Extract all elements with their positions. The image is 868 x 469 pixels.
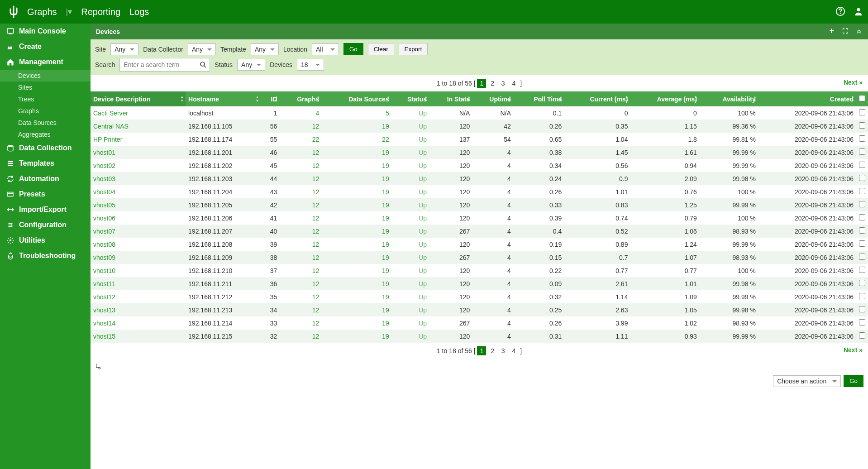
nav-reporting[interactable]: Reporting [81, 7, 120, 17]
device-link[interactable]: vhost15 [93, 333, 115, 340]
cell-graphs[interactable]: 12 [312, 123, 320, 130]
row-checkbox[interactable] [859, 306, 865, 312]
device-link[interactable]: vhost03 [93, 175, 115, 182]
filter-location-select[interactable]: All [312, 43, 339, 55]
device-link[interactable]: vhost08 [93, 241, 115, 248]
cell-datasources[interactable]: 5 [386, 110, 389, 117]
cell-graphs[interactable]: 4 [315, 110, 319, 117]
table-row[interactable]: vhost10192.168.11.210371219Up12040.220.7… [91, 264, 868, 277]
device-link[interactable]: vhost11 [93, 280, 115, 287]
cell-graphs[interactable]: 12 [312, 175, 320, 182]
cell-graphs[interactable]: 12 [312, 188, 320, 196]
cell-datasources[interactable]: 19 [382, 293, 389, 301]
cell-datasources[interactable]: 19 [382, 149, 389, 156]
row-checkbox[interactable] [859, 254, 865, 260]
sidebar-utilities[interactable]: Utilities [0, 233, 91, 248]
device-link[interactable]: vhost09 [93, 254, 115, 261]
cell-graphs[interactable]: 12 [312, 215, 320, 222]
pager-page-2[interactable]: 2 [488, 346, 497, 355]
cell-graphs[interactable]: 12 [312, 201, 320, 209]
cell-datasources[interactable]: 19 [382, 241, 389, 248]
table-row[interactable]: vhost12192.168.11.212351219Up12040.321.1… [91, 290, 868, 303]
col-poll-time[interactable]: Poll Time [514, 91, 565, 106]
sidebar-sub-data-sources[interactable]: Data Sources [0, 117, 91, 129]
cell-graphs[interactable]: 12 [312, 149, 320, 156]
sidebar-import-export[interactable]: Import/Export [0, 202, 91, 217]
clear-button[interactable]: Clear [368, 43, 394, 55]
table-row[interactable]: vhost15192.168.11.215321219Up12040.311.1… [91, 330, 868, 343]
device-link[interactable]: vhost10 [93, 267, 115, 274]
table-row[interactable]: vhost13192.168.11.213341219Up12040.252.6… [91, 303, 868, 316]
nav-logs[interactable]: Logs [129, 7, 149, 17]
sidebar-data-collection[interactable]: Data Collection [0, 140, 91, 156]
device-link[interactable]: vhost07 [93, 228, 115, 235]
pager-page-3[interactable]: 3 [499, 79, 508, 88]
table-row[interactable]: vhost08192.168.11.208391219Up12040.190.8… [91, 238, 868, 251]
cell-datasources[interactable]: 19 [382, 320, 389, 327]
cell-datasources[interactable]: 19 [382, 228, 389, 235]
cell-graphs[interactable]: 12 [312, 241, 320, 248]
sidebar-sub-devices[interactable]: Devices [0, 70, 91, 81]
col-graphs[interactable]: Graphs [280, 91, 322, 106]
row-checkbox[interactable] [859, 280, 865, 286]
nav-graphs[interactable]: Graphs [27, 7, 57, 17]
cell-datasources[interactable]: 19 [382, 280, 389, 287]
table-row[interactable]: vhost05192.168.11.205421219Up12040.330.8… [91, 198, 868, 211]
col-current-ms-[interactable]: Current (ms) [564, 91, 630, 106]
row-checkbox[interactable] [859, 293, 865, 299]
action-select[interactable]: Choose an action [773, 375, 841, 387]
col-device-description[interactable]: Device Description [91, 91, 186, 106]
table-row[interactable]: vhost03192.168.11.203441219Up12040.240.9… [91, 172, 868, 185]
fullscreen-icon[interactable] [842, 27, 849, 36]
col-id[interactable]: ID [261, 91, 280, 106]
sidebar-sub-aggregates[interactable]: Aggregates [0, 129, 91, 140]
cell-graphs[interactable]: 12 [312, 320, 320, 327]
sidebar-create[interactable]: Create [0, 39, 91, 54]
cell-datasources[interactable]: 19 [382, 123, 389, 130]
col-status[interactable]: Status [392, 91, 429, 106]
col-average-ms-[interactable]: Average (ms) [630, 91, 699, 106]
table-row[interactable]: Central NAS192.168.11.105561219Up120420.… [91, 120, 868, 133]
cell-datasources[interactable]: 19 [382, 215, 389, 222]
row-checkbox[interactable] [859, 162, 865, 168]
sidebar-automation[interactable]: Automation [0, 171, 91, 187]
table-row[interactable]: vhost01192.168.11.201461219Up12040.381.4… [91, 146, 868, 159]
pager-next[interactable]: Next » [844, 346, 863, 354]
cell-graphs[interactable]: 12 [312, 293, 320, 301]
cell-datasources[interactable]: 19 [382, 201, 389, 209]
device-link[interactable]: vhost04 [93, 188, 115, 196]
cell-datasources[interactable]: 19 [382, 188, 389, 196]
cell-graphs[interactable]: 12 [312, 228, 320, 235]
cell-graphs[interactable]: 12 [312, 333, 320, 340]
action-go-button[interactable]: Go [844, 375, 863, 387]
tree-branch-icon[interactable] [95, 363, 102, 371]
table-row[interactable]: vhost11192.168.11.211361219Up12040.092.6… [91, 277, 868, 290]
device-link[interactable]: vhost02 [93, 162, 115, 169]
filter-devices-select[interactable]: 18 [297, 59, 324, 71]
col-uptime[interactable]: Uptime [472, 91, 513, 106]
table-row[interactable]: vhost04192.168.11.204431219Up12040.261.0… [91, 185, 868, 198]
row-checkbox[interactable] [859, 135, 865, 142]
sidebar-sub-graphs[interactable]: Graphs [0, 105, 91, 117]
col-created[interactable]: Created [758, 91, 856, 106]
table-row[interactable]: Cacti Serverlocalhost145UpN/AN/A0.100100… [91, 106, 868, 120]
sidebar-sub-sites[interactable]: Sites [0, 81, 91, 93]
row-checkbox[interactable] [859, 319, 865, 325]
sidebar-templates[interactable]: Templates [0, 156, 91, 171]
pager-page-3[interactable]: 3 [499, 346, 508, 355]
pager-page-4[interactable]: 4 [510, 79, 519, 88]
device-link[interactable]: vhost06 [93, 215, 115, 222]
col-in-state[interactable]: In State [429, 91, 472, 106]
pager-page-4[interactable]: 4 [510, 346, 519, 355]
row-checkbox[interactable] [859, 332, 865, 339]
device-link[interactable]: vhost12 [93, 293, 115, 301]
cell-graphs[interactable]: 12 [312, 162, 320, 169]
col-data-sources[interactable]: Data Sources [322, 91, 391, 106]
collapse-icon[interactable] [855, 27, 863, 36]
search-icon[interactable] [199, 61, 207, 69]
row-checkbox[interactable] [859, 214, 865, 220]
sidebar-presets[interactable]: Presets [0, 187, 91, 202]
table-row[interactable]: vhost06192.168.11.206411219Up12040.390.7… [91, 211, 868, 225]
pager-page-2[interactable]: 2 [488, 79, 497, 88]
chevron-down-icon[interactable]: |▾ [66, 7, 72, 17]
